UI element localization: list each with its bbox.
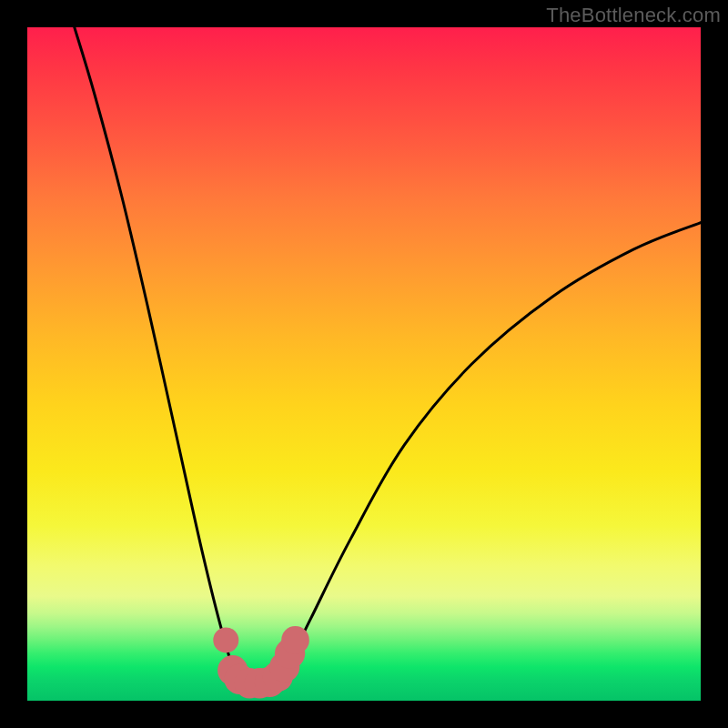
curve-svg [27, 27, 701, 701]
plot-area [27, 27, 701, 701]
highlight-dot [213, 627, 238, 652]
bottleneck-curve [75, 27, 701, 685]
highlight-dot [281, 626, 309, 654]
watermark-text: TheBottleneck.com [546, 4, 721, 27]
chart-frame: TheBottleneck.com [0, 0, 728, 728]
highlight-dots [213, 626, 309, 698]
